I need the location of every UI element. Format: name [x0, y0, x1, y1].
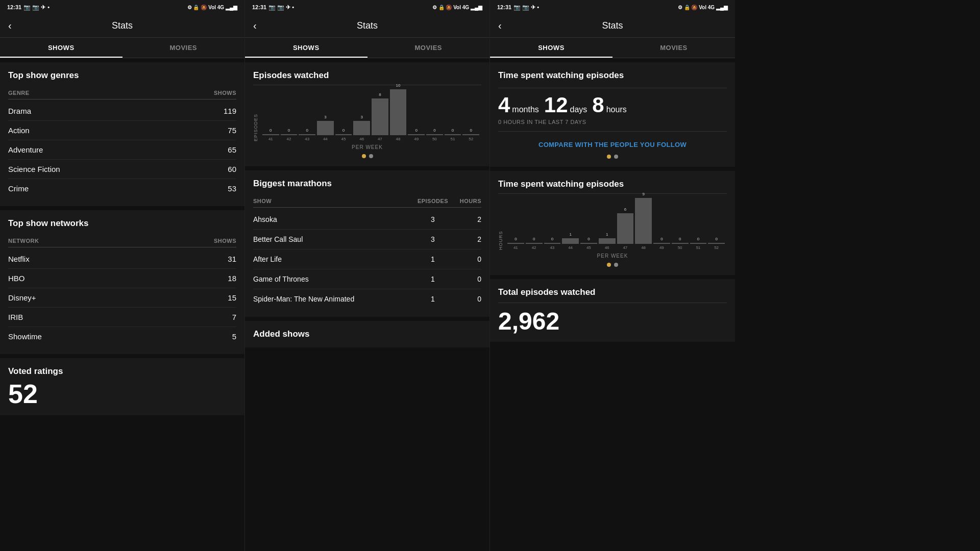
network-col-header: NETWORK: [8, 238, 39, 244]
marathon-ep: 1: [415, 295, 451, 303]
bar-col-h-47: 6: [617, 207, 634, 244]
status-time-left: 12:31 📷 📷 ✈ •: [7, 4, 50, 11]
bar-col-42: 0: [281, 128, 298, 135]
time-spent-title-2: Time spent watching episodes: [498, 179, 727, 189]
episodes-watched-title: Episodes watched: [253, 70, 481, 81]
bar-col-48: 10: [390, 83, 407, 135]
bar-col-43: 0: [299, 128, 315, 135]
dot-inactive-right-1: [614, 155, 618, 159]
bar-col-45: 0: [335, 128, 352, 135]
back-button-right[interactable]: ‹: [498, 20, 502, 32]
network-value: 5: [232, 332, 236, 341]
voted-ratings-number: 52: [8, 381, 236, 407]
bar-col-h-42: 0: [526, 237, 543, 244]
marathons-title: Biggest marathons: [253, 179, 481, 189]
genre-value: 65: [228, 145, 236, 154]
tab-shows-right[interactable]: SHOWS: [490, 38, 612, 58]
list-item: Ahsoka 3 2: [253, 210, 481, 230]
x-labels-episodes: 41 42 43 44 45 46 47 48 49 50 51 52: [260, 135, 481, 141]
x-labels-hours: 41 42 43 44 45 46 47 48 49 50 51 52: [505, 244, 727, 250]
bar-col-h-49: 0: [653, 237, 670, 244]
marathon-show: Spider-Man: The New Animated: [253, 295, 415, 303]
genre-label: Drama: [8, 107, 31, 115]
added-shows-title: Added shows: [253, 329, 481, 339]
genre-label: Science Fiction: [8, 165, 60, 173]
middle-panel: 12:31 📷 📷 ✈ • ⚙ 🔒 🔕 Vol 4G ▂▄▆ ‹ Stats S…: [245, 0, 490, 551]
time-hours-label: hours: [606, 105, 627, 114]
network-value: 7: [232, 313, 236, 321]
back-button-middle[interactable]: ‹: [253, 20, 257, 32]
marathon-hr: 2: [451, 235, 481, 243]
status-icons-left: ⚙ 🔒 🔕 Vol 4G ▂▄▆: [187, 5, 237, 10]
marathon-hr: 0: [451, 275, 481, 283]
tab-movies-right[interactable]: MOVIES: [612, 38, 735, 58]
hours-per-week-label: PER WEEK: [498, 253, 727, 259]
table-row: Crime 53: [8, 179, 236, 198]
network-label: Showtime: [8, 332, 42, 341]
bar-col-52: 0: [462, 128, 479, 135]
bar-col-h-51: 0: [690, 237, 707, 244]
bar-col-46: 3: [353, 115, 370, 135]
show-col-header: SHOW: [253, 198, 415, 204]
left-panel: 12:31 📷 📷 ✈ • ⚙ 🔒 🔕 Vol 4G ▂▄▆ ‹ Stats S…: [0, 0, 245, 551]
content-left: Top show genres GENRE SHOWS Drama 119 Ac…: [0, 58, 244, 551]
dot-inactive-right-2: [614, 263, 618, 267]
network-value: 15: [228, 293, 236, 302]
time-numbers: 4 months 12 days 8 hours: [498, 94, 727, 116]
list-item: After Life 1 0: [253, 249, 481, 269]
tab-movies-middle[interactable]: MOVIES: [368, 38, 490, 58]
dot-active-right-2: [607, 263, 611, 267]
page-title-left: Stats: [112, 20, 133, 31]
network-label: Netflix: [8, 255, 30, 263]
top-genres-section: Top show genres GENRE SHOWS Drama 119 Ac…: [0, 62, 244, 206]
hours-col-header: HOURS: [451, 198, 481, 204]
bar-col-47: 8: [372, 92, 388, 135]
table-row: IRIB 7: [8, 308, 236, 327]
app-header-left: ‹ Stats: [0, 14, 244, 38]
genres-table-header: GENRE SHOWS: [8, 87, 236, 99]
marathon-hr: 2: [451, 215, 481, 223]
tab-bar-middle: SHOWS MOVIES: [245, 38, 489, 58]
table-row: Disney+ 15: [8, 288, 236, 308]
marathon-show: Game of Thrones: [253, 275, 415, 283]
time-months-num: 4: [498, 94, 510, 116]
table-row: Adventure 65: [8, 140, 236, 160]
marathons-section: Biggest marathons SHOW EPISODES HOURS Ah…: [245, 170, 489, 317]
list-item: Better Call Saul 3 2: [253, 230, 481, 249]
tab-shows-middle[interactable]: SHOWS: [245, 38, 368, 58]
dot-active-right-1: [607, 155, 611, 159]
status-time-middle: 12:31 📷 📷 ✈ •: [252, 4, 294, 11]
genre-col-header: GENRE: [8, 90, 30, 96]
marathon-ep: 1: [415, 255, 451, 263]
top-genres-title: Top show genres: [8, 70, 236, 81]
total-episodes-title: Total episodes watched: [498, 287, 727, 297]
list-item: Game of Thrones 1 0: [253, 269, 481, 289]
bar-col-50: 0: [426, 128, 443, 135]
compare-link[interactable]: COMPARE WITH THE PEOPLE YOU FOLLOW: [498, 137, 727, 151]
marathon-show: Ahsoka: [253, 215, 415, 223]
episodes-chart-dots: [253, 154, 481, 158]
page-title-middle: Stats: [357, 20, 378, 31]
table-row: Netflix 31: [8, 249, 236, 269]
tab-movies-left[interactable]: MOVIES: [122, 38, 245, 58]
marathon-hr: 0: [451, 255, 481, 263]
bar-col-h-50: 0: [672, 237, 689, 244]
networks-table-header: NETWORK SHOWS: [8, 235, 236, 247]
genre-value: 53: [228, 184, 236, 193]
bar-col-44: 3: [317, 115, 334, 135]
content-middle: Episodes watched EPISODES 0 0 0 3 0 3 8 …: [245, 58, 489, 551]
network-value: 18: [228, 274, 236, 283]
back-button-left[interactable]: ‹: [8, 20, 12, 32]
network-label: Disney+: [8, 293, 36, 302]
time-spent-section-2: Time spent watching episodes HOURS 0 0 0…: [490, 171, 735, 275]
bar-col-51: 0: [445, 128, 461, 135]
time-days-label: days: [570, 105, 587, 114]
added-shows-section: Added shows: [245, 321, 489, 347]
genre-value: 60: [228, 165, 236, 173]
marathons-header: SHOW EPISODES HOURS: [253, 195, 481, 208]
bar-col-h-48: 9: [635, 192, 652, 244]
marathon-hr: 0: [451, 295, 481, 303]
tab-bar-right: SHOWS MOVIES: [490, 38, 735, 58]
app-header-middle: ‹ Stats: [245, 14, 489, 38]
tab-shows-left[interactable]: SHOWS: [0, 38, 122, 58]
